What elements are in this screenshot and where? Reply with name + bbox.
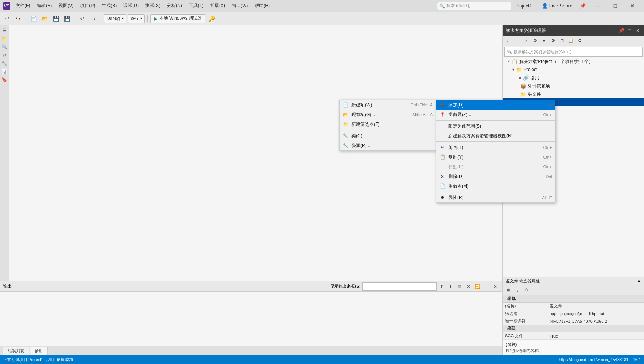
redo-button[interactable]: ↪ <box>13 14 23 23</box>
redo-button-2[interactable]: ↪ <box>89 14 98 23</box>
pin-icon[interactable]: 📌 <box>576 1 590 10</box>
cm-copy-shortcut: Ctrl+ <box>543 155 552 159</box>
se-filter-btn[interactable]: ▼ <box>540 37 548 45</box>
solution-explorer-header: 解决方案资源管理器 ← 📌 □ ✕ <box>503 25 644 36</box>
se-forward-btn[interactable]: → <box>513 37 521 45</box>
tree-header-files[interactable]: 📁 头文件 <box>503 90 644 98</box>
solution-search[interactable]: 🔍 搜索解决方案资源管理器(Ctrl+;) <box>504 47 643 57</box>
se-props-btn[interactable]: ⚙ <box>576 37 584 45</box>
output-source-dropdown[interactable] <box>362 282 437 291</box>
menu-edit[interactable]: 编辑(E) <box>34 1 55 10</box>
prop-settings-btn[interactable]: ⚙ <box>522 286 530 294</box>
global-search[interactable]: 🔍 搜索 (Ctrl+Q) <box>437 2 511 10</box>
menu-extensions[interactable]: 扩展(X) <box>207 1 228 10</box>
solution-explorer-title: 解决方案资源管理器 <box>506 28 546 34</box>
activity-icon-5[interactable]: 🔧 <box>1 60 8 67</box>
run-button[interactable]: ▶ 本地 Windows 调试器 <box>150 14 205 23</box>
tree-references[interactable]: ▶ 🔗 引用 <box>503 74 644 82</box>
prop-grid-btn[interactable]: ⊞ <box>504 286 512 294</box>
close-button[interactable]: ✕ <box>624 0 641 12</box>
output-close-btn[interactable]: ✕ <box>491 282 499 291</box>
key-icon[interactable]: 🔑 <box>207 14 217 23</box>
panel-back-button[interactable]: ← <box>610 27 616 34</box>
activity-icon-4[interactable]: ⚙ <box>1 51 8 59</box>
panel-pin-button[interactable]: 📌 <box>618 27 625 34</box>
menu-debug[interactable]: 调试(D) <box>120 1 142 10</box>
se-collapse-btn[interactable]: ⊞ <box>558 37 566 45</box>
cm-new-filter-label: 新建筛选器(F) <box>351 121 430 128</box>
tab-output[interactable]: 输出 <box>30 347 48 355</box>
save-all-button[interactable]: 💾 <box>62 14 72 23</box>
debug-config-dropdown[interactable]: Debug <box>104 14 126 23</box>
cm-new-view[interactable]: 新建解决方案资源管理器视图(N) <box>436 131 555 141</box>
undo-button[interactable]: ↩ <box>2 14 12 23</box>
menu-build[interactable]: 生成(B) <box>99 1 120 10</box>
cm-add[interactable]: ➕ 添加(D) ▶ <box>436 100 555 110</box>
menu-file[interactable]: 文件(F) <box>13 1 33 10</box>
minimize-button[interactable]: ─ <box>590 0 607 12</box>
cm-delete[interactable]: ✕ 删除(D) Del <box>436 172 555 181</box>
cm-properties[interactable]: ⚙ 属性(R) Alt+E <box>436 193 555 202</box>
platform-dropdown[interactable]: x86 <box>128 14 144 23</box>
panel-maximize-button[interactable]: □ <box>626 27 633 34</box>
output-btn-5[interactable]: 🔁 <box>473 282 482 291</box>
se-refresh-btn[interactable]: ⟳ <box>549 37 557 45</box>
panel-close-button[interactable]: ✕ <box>634 27 641 34</box>
output-pin-btn[interactable]: ─ <box>482 282 490 291</box>
output-btn-3[interactable]: ⤊ <box>455 282 464 291</box>
menu-tools[interactable]: 工具(T) <box>186 1 206 10</box>
properties-dropdown-arrow[interactable]: ▼ <box>637 279 641 284</box>
activity-icon-7[interactable]: 🔖 <box>1 76 8 83</box>
prop-filter-value[interactable]: cpp;c;cc;cxx;def;odl;idl;hpj;bat <box>547 312 644 316</box>
search-icon: 🔍 <box>439 3 445 9</box>
activity-icon-6[interactable]: 📊 <box>1 68 8 75</box>
prop-scc-value[interactable]: True <box>547 334 644 338</box>
output-tabs: 错误列表 输出 <box>0 346 502 355</box>
cm-class[interactable]: 🔧 类(C)... <box>340 131 436 141</box>
cm-copy[interactable]: 📋 复制(Y) Ctrl+ <box>436 152 555 162</box>
cm-existing-item[interactable]: 📂 现有项(G)... Shift+Alt+A <box>340 110 436 119</box>
cm-new-item[interactable]: 📄 新建项(W)... Ctrl+Shift+A <box>340 100 436 110</box>
cm-resource[interactable]: 🔧 资源(R)... <box>340 141 436 150</box>
menu-help[interactable]: 帮助(H) <box>252 1 273 10</box>
se-back-btn[interactable]: ← <box>504 37 512 45</box>
maximize-button[interactable]: □ <box>607 0 624 12</box>
menu-window[interactable]: 窗口(W) <box>229 1 251 10</box>
menu-test[interactable]: 测试(S) <box>142 1 163 10</box>
tree-solution[interactable]: ▼ 📋 解决方案'Project1'(1 个项目/共 1 个) <box>503 57 644 66</box>
tab-error-list[interactable]: 错误列表 <box>3 347 29 355</box>
activity-icon-2[interactable]: 📁 <box>1 35 8 42</box>
output-btn-1[interactable]: ⬆ <box>438 282 446 291</box>
se-more-btn[interactable]: ─ <box>585 37 593 45</box>
output-panel: 输出 显示输出来源(S): ⬆ ⬇ ⤊ ✕ 🔁 ─ ✕ 错误列表 输出 <box>0 281 502 355</box>
prop-row-name: (名称) 源文件 <box>503 303 644 310</box>
prop-uid-value[interactable]: {4FC737F1-C7A5-4376-A066-2 <box>547 319 644 323</box>
se-show-all-btn[interactable]: 📋 <box>567 37 575 45</box>
activity-icon-3[interactable]: 🔍 <box>1 43 8 51</box>
output-btn-4[interactable]: ✕ <box>464 282 473 291</box>
activity-icon-1[interactable]: ☰ <box>1 27 8 34</box>
cm-class-wizard[interactable]: 📍 类向导(Z)... Ctrl+ <box>436 110 555 119</box>
se-sync-btn[interactable]: ⟳ <box>531 37 539 45</box>
new-file-button[interactable]: 📄 <box>29 14 38 23</box>
tree-project[interactable]: ▼ 📁 Project1 <box>503 66 644 74</box>
open-button[interactable]: 📂 <box>40 14 50 23</box>
save-button[interactable]: 💾 <box>51 14 61 23</box>
prop-sort-btn[interactable]: ↕ <box>513 286 521 294</box>
prop-name-label: (名称) <box>503 303 547 309</box>
cm-new-filter[interactable]: 📁 新建筛选器(F) <box>340 119 436 129</box>
cm-resource-label: 资源(R)... <box>351 143 433 149</box>
se-home-btn[interactable]: ⌂ <box>522 37 530 45</box>
cm-cut[interactable]: ✂ 剪切(T) Ctrl+ <box>436 143 555 152</box>
menu-analyze[interactable]: 分析(N) <box>164 1 185 10</box>
output-btn-2[interactable]: ⬇ <box>446 282 455 291</box>
undo-button-2[interactable]: ↩ <box>78 14 87 23</box>
toolbar-separator <box>26 15 26 22</box>
prop-name-value[interactable]: 源文件 <box>547 303 644 309</box>
menu-project[interactable]: 项目(P) <box>77 1 98 10</box>
menu-view[interactable]: 视图(V) <box>56 1 76 10</box>
tree-external-deps[interactable]: 📦 外部依赖项 <box>503 82 644 90</box>
cm-scope[interactable]: 限定为此范围(S) <box>436 121 555 131</box>
cm-rename[interactable]: 📄 重命名(M) <box>436 181 555 191</box>
live-share-button[interactable]: 👤 Live Share <box>538 1 576 10</box>
